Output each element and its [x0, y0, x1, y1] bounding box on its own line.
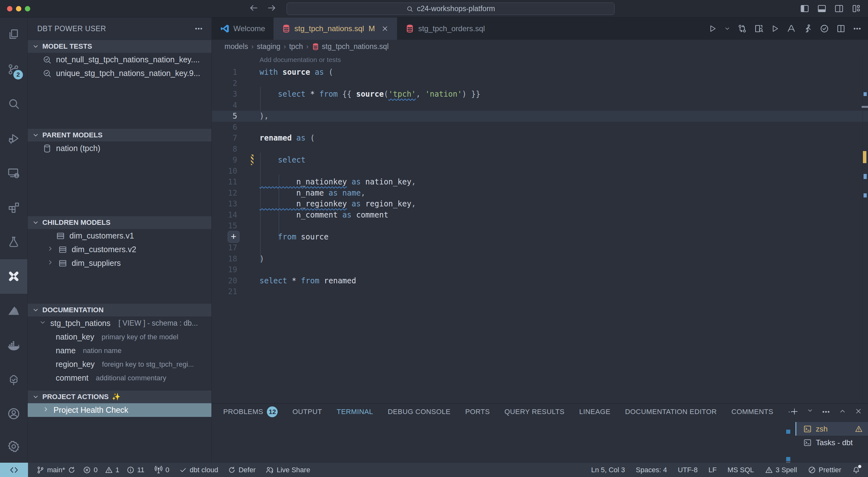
activity-bar-item-dbt-cloud[interactable] — [0, 294, 27, 329]
close-tab-icon[interactable] — [381, 25, 389, 32]
activity-bar-item-tree-check[interactable] — [0, 363, 27, 398]
status-item-3-spell[interactable]: 3 Spell — [765, 466, 797, 474]
panel-tab-query-results[interactable]: QUERY RESULTS — [504, 408, 564, 416]
status-item-main-[interactable]: main* — [36, 466, 76, 474]
activity-bar-item-account[interactable] — [0, 398, 27, 430]
customize-layout-icon[interactable] — [851, 4, 861, 13]
toggle-panel-icon[interactable] — [817, 4, 827, 13]
status-item-dbt-cloud[interactable]: dbt cloud — [179, 466, 218, 474]
panel-tab-lineage[interactable]: LINEAGE — [579, 408, 611, 416]
code-line-5[interactable]: 5), — [212, 111, 868, 122]
activity-bar-item-extensions[interactable] — [0, 190, 27, 225]
gutter-plus-button[interactable]: + — [228, 231, 240, 243]
code-line-13[interactable]: 13 n_regionkey as region_key, — [212, 198, 868, 210]
code-line-17[interactable]: 17 — [212, 242, 868, 253]
toggle-secondary-sidebar-icon[interactable] — [834, 4, 844, 13]
panel-tab-problems[interactable]: PROBLEMS12 — [223, 406, 278, 417]
sidebar-item-nation-key[interactable]: nation_keyprimary key of the model — [28, 330, 211, 344]
status-item-ln-5-col-3[interactable]: Ln 5, Col 3 — [591, 466, 625, 474]
code-line-16[interactable]: 16 from source+ — [212, 232, 868, 243]
code-line-3[interactable]: 3 select * from {{ source('tpch', 'natio… — [212, 89, 868, 100]
panel-tab-comments[interactable]: COMMENTS — [732, 408, 773, 416]
dbt-a-icon[interactable] — [786, 24, 796, 33]
activity-bar-item-run-debug[interactable] — [0, 121, 27, 156]
sidebar-item-comment[interactable]: commentadditional commentary — [28, 371, 211, 385]
code-line-11[interactable]: 11 n_nationkey as nation_key, — [212, 176, 868, 188]
codelens-add-docs[interactable]: Add documentation or tests — [259, 56, 341, 64]
runner-icon[interactable] — [803, 24, 813, 33]
breadcrumb-item-staging[interactable]: staging — [257, 42, 280, 51]
editor-tab-stg-tpch-orders-sql[interactable]: stg_tpch_orders.sql — [397, 18, 493, 40]
activity-bar-item-gear[interactable] — [0, 430, 27, 463]
sidebar-item-dim-customers-v2[interactable]: dim_customers.v2 — [28, 243, 211, 256]
sidebar-item-stg-tpch-nations[interactable]: stg_tpch_nations[ VIEW ] - schema : db..… — [28, 316, 211, 330]
compare-icon[interactable] — [738, 24, 747, 33]
breadcrumb-item-models[interactable]: models — [224, 42, 248, 51]
code-line-12[interactable]: 12 n_name as name, — [212, 188, 868, 199]
status-item-ms-sql[interactable]: MS SQL — [727, 466, 754, 474]
section-header-children-models[interactable]: CHILDREN MODELS — [28, 216, 211, 229]
dropdown-chevron-icon[interactable] — [724, 26, 731, 32]
plus-icon[interactable] — [790, 407, 799, 416]
status-item-defer[interactable]: Defer — [228, 466, 256, 474]
code-line-1[interactable]: 1with source as ( — [212, 67, 868, 78]
code-line-21[interactable]: 21 — [212, 286, 868, 297]
section-header-parent-models[interactable]: PARENT MODELS — [28, 129, 211, 141]
panel-tab-terminal[interactable]: TERMINAL — [337, 408, 373, 416]
code-line-18[interactable]: 18) — [212, 253, 868, 265]
sidebar-item-project-health-check[interactable]: Project Health Check — [28, 403, 211, 417]
command-center-search[interactable]: c24-workshops-platform — [286, 3, 615, 15]
ellipsis-icon[interactable] — [822, 407, 830, 416]
overview-ruler[interactable] — [863, 54, 868, 403]
code-line-7[interactable]: 7renamed as ( — [212, 133, 868, 144]
section-header-project-actions[interactable]: PROJECT ACTIONS ✨ — [28, 390, 211, 403]
activity-bar-item-beaker[interactable] — [0, 225, 27, 260]
play-icon[interactable] — [771, 24, 779, 33]
remote-indicator[interactable] — [0, 463, 28, 477]
status-item-1[interactable]: 1 — [105, 466, 119, 474]
status-item-0[interactable]: 0 — [154, 466, 169, 474]
chevron-up-icon[interactable] — [839, 407, 846, 416]
sidebar-more-actions-icon[interactable] — [194, 24, 203, 33]
code-line-14[interactable]: 14 n_comment as comment — [212, 210, 868, 221]
code-line-20[interactable]: 20select * from renamed — [212, 275, 868, 286]
close-window-button[interactable] — [7, 6, 12, 11]
code-line-9[interactable]: 9 select — [212, 155, 868, 166]
breadcrumb-item-stg-tpch-nations-sql[interactable]: stg_tpch_nations.sql — [312, 42, 389, 51]
terminal-tab-zsh[interactable]: zsh — [796, 422, 868, 436]
code-line-19[interactable]: 19 — [212, 264, 868, 275]
zoom-window-button[interactable] — [25, 6, 30, 11]
status-item-11[interactable]: 11 — [126, 466, 145, 474]
sidebar-item-unique-stg-tpch-nations-nation-key-9-[interactable]: unique_stg_tpch_nations_nation_key.9... — [28, 66, 211, 80]
sidebar-item-name[interactable]: namenation name — [28, 344, 211, 357]
panel-tab-ports[interactable]: PORTS — [465, 408, 490, 416]
sidebar-item-dim-customers-v1[interactable]: dim_customers.v1 — [28, 229, 211, 243]
section-header-documentation[interactable]: DOCUMENTATION — [28, 304, 211, 316]
panel-tab-documentation-editor[interactable]: DOCUMENTATION EDITOR — [625, 408, 717, 416]
run-icon[interactable] — [708, 24, 717, 33]
activity-bar-item-docker[interactable] — [0, 328, 27, 363]
dropdown-chevron-icon[interactable] — [807, 407, 813, 416]
code-line-15[interactable]: 15 — [212, 220, 868, 232]
activity-bar-item-dbt[interactable] — [0, 259, 27, 294]
sidebar-item-region-key[interactable]: region_keyforeign key to stg_tpch_regi..… — [28, 357, 211, 371]
status-item-spaces-4[interactable]: Spaces: 4 — [636, 466, 667, 474]
split-editor-icon[interactable] — [836, 24, 846, 33]
sidebar-item-nation-tpch-[interactable]: nation (tpch) — [28, 141, 211, 155]
activity-bar-item-search[interactable] — [0, 87, 27, 121]
code-line-8[interactable]: 8 — [212, 144, 868, 155]
status-item-utf-8[interactable]: UTF-8 — [678, 466, 698, 474]
editor-tab-welcome[interactable]: Welcome — [212, 18, 274, 40]
close-icon[interactable] — [855, 407, 862, 416]
panel-tab-output[interactable]: OUTPUT — [292, 408, 322, 416]
code-line-2[interactable]: 2 — [212, 78, 868, 89]
activity-bar-item-files[interactable] — [0, 18, 27, 52]
toggle-sidebar-icon[interactable] — [800, 4, 809, 13]
section-header-model-tests[interactable]: MODEL TESTS — [28, 40, 211, 53]
check-circle-icon[interactable] — [819, 24, 829, 33]
code-line-4[interactable]: 4 — [212, 100, 868, 111]
status-item-prettier[interactable]: Prettier — [808, 466, 841, 474]
status-item-bell[interactable] — [852, 466, 860, 474]
ellipsis-icon[interactable] — [853, 24, 862, 33]
activity-bar-item-remote-explorer[interactable] — [0, 156, 27, 190]
